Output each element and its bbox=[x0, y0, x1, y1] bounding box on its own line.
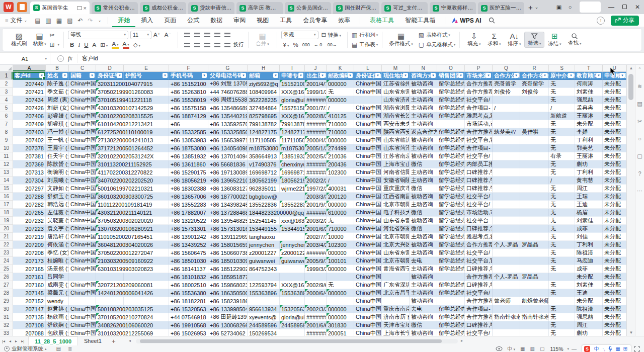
copy-button[interactable]: ⊞▾ bbox=[50, 40, 60, 49]
cell[interactable]: +86 18501030 bbox=[169, 257, 208, 265]
cell[interactable]: 370503200302020020 bbox=[96, 217, 124, 225]
column-header-Q[interactable]: Q bbox=[493, 65, 520, 72]
cell[interactable]: 207232 bbox=[13, 217, 46, 225]
cell[interactable]: China中国 bbox=[69, 321, 96, 329]
cell[interactable]: 未分配 bbox=[603, 160, 626, 168]
cell[interactable]: +86 刘慧 137052 bbox=[208, 80, 248, 88]
filter-dropdown-icon[interactable]: ▼ bbox=[375, 73, 380, 78]
row-header[interactable]: 31 bbox=[0, 313, 13, 321]
cell[interactable]: China中国 bbox=[69, 257, 96, 265]
filter-dropdown-icon[interactable]: ▼ bbox=[596, 73, 601, 78]
cell[interactable] bbox=[493, 257, 520, 265]
cell[interactable] bbox=[248, 297, 280, 305]
cell[interactable]: 370105199411221118 bbox=[96, 96, 124, 104]
cell[interactable]: China中国 bbox=[354, 257, 382, 265]
docs-app-icon[interactable] bbox=[17, 2, 27, 12]
cell[interactable] bbox=[305, 297, 327, 305]
sogou-logo-icon[interactable]: S bbox=[584, 346, 590, 352]
cell[interactable]: 2000/4/24 bbox=[305, 136, 327, 144]
cell[interactable]: 社交平台/ bbox=[465, 152, 493, 160]
ribbon-tab-数据[interactable]: 数据 bbox=[205, 14, 228, 27]
cell[interactable]: China中国 bbox=[354, 120, 382, 128]
cell[interactable]: 未分配 bbox=[603, 297, 626, 305]
cell[interactable]: 社交平台,官 bbox=[465, 136, 493, 144]
cell[interactable]: 文静如 (女 bbox=[46, 185, 69, 193]
cell[interactable]: 合作方推荐 bbox=[465, 297, 493, 305]
filter-dropdown-icon[interactable]: ▼ bbox=[542, 73, 547, 78]
clear-format-button[interactable]: ◇▾ bbox=[133, 41, 140, 48]
cell[interactable]: China中国 bbox=[69, 168, 96, 177]
cell[interactable]: 410125 bbox=[327, 112, 354, 120]
cell[interactable]: 无 bbox=[549, 209, 575, 217]
cell[interactable]: 未分配 bbox=[603, 241, 626, 249]
cell[interactable]: 2003/4/2 bbox=[305, 241, 327, 249]
cell[interactable]: 上海市长宁 bbox=[382, 329, 410, 336]
cell[interactable]: 244589596 bbox=[248, 321, 280, 329]
document-tab[interactable]: S国任财产保险样本.x bbox=[333, 2, 379, 14]
cell[interactable]: 彭睿婧 (女 bbox=[46, 112, 69, 120]
row-header[interactable]: 19 bbox=[0, 217, 13, 225]
row-header[interactable]: 27 bbox=[0, 281, 13, 289]
ribbon-tab-开始[interactable]: 开始 bbox=[112, 14, 135, 27]
increase-indent-icon[interactable] bbox=[224, 33, 230, 37]
cell[interactable]: 000000 bbox=[327, 305, 354, 313]
cell[interactable]: 被动咨询 bbox=[410, 329, 437, 336]
cell[interactable]: 000000 bbox=[327, 136, 354, 144]
cell[interactable]: 山东省济南 bbox=[382, 96, 410, 104]
cell[interactable]: 2003/3/30 bbox=[305, 193, 327, 201]
cell[interactable] bbox=[493, 249, 520, 257]
cell[interactable]: 360481200304020026 bbox=[96, 241, 124, 249]
filter-dropdown-icon[interactable]: ▼ bbox=[620, 73, 625, 78]
scroll-up-icon[interactable]: ▲ bbox=[627, 66, 635, 70]
cell[interactable]: 微信 bbox=[410, 321, 437, 329]
cell[interactable]: 蒯玏 bbox=[575, 160, 603, 168]
worksheet-button[interactable]: ▤ 工作表▾ bbox=[352, 40, 378, 49]
cell[interactable]: 411702200312270822 bbox=[96, 168, 124, 177]
cell[interactable] bbox=[493, 152, 520, 160]
cell[interactable] bbox=[493, 112, 520, 120]
cell[interactable]: +86 15538019 bbox=[169, 96, 208, 104]
fill-button[interactable]: ⇩ 填充▾ bbox=[464, 32, 484, 48]
align-bottom-icon[interactable] bbox=[204, 33, 210, 37]
cell[interactable]: 200051 bbox=[327, 329, 354, 336]
cell[interactable] bbox=[520, 265, 549, 273]
tab-list-chevron-icon[interactable]: ⌄ bbox=[535, 5, 539, 10]
cell[interactable]: 口碑推荐,学 bbox=[465, 265, 493, 273]
cell[interactable]: 留学总经办 bbox=[437, 152, 465, 160]
header-cell[interactable]: 原中介机构▼ bbox=[549, 72, 575, 80]
cell[interactable]: 山东省东营 bbox=[382, 249, 410, 257]
cell[interactable] bbox=[69, 273, 96, 281]
cell[interactable]: 无 bbox=[549, 128, 575, 136]
cell[interactable] bbox=[493, 225, 520, 233]
strikethrough-button[interactable]: A bbox=[93, 42, 97, 48]
cell[interactable]: 207208 bbox=[13, 249, 46, 257]
row-header[interactable]: 26 bbox=[0, 273, 13, 281]
cell[interactable]: ######## bbox=[305, 96, 327, 104]
cell[interactable]: 无 bbox=[549, 217, 575, 225]
cell[interactable]: +86 13851932 bbox=[169, 152, 208, 160]
cell[interactable] bbox=[493, 177, 520, 185]
name-box[interactable]: A1 ▾ bbox=[0, 52, 50, 65]
save-icon[interactable]: ▤ bbox=[35, 17, 40, 24]
cell[interactable]: ######## bbox=[305, 160, 327, 168]
cell[interactable]: 未分配 bbox=[603, 321, 626, 329]
cell[interactable]: 成雨雯 (女 bbox=[46, 281, 69, 289]
cell[interactable]: 留学总经办 bbox=[437, 160, 465, 168]
cell[interactable]: 杨欣雨 (女 bbox=[46, 313, 69, 321]
find-button[interactable]: 查找▾ bbox=[565, 32, 585, 47]
cell[interactable]: +86 1573130169 bbox=[208, 225, 248, 233]
cell[interactable]: 河南省信阳 bbox=[382, 168, 410, 177]
cell[interactable]: 200436 bbox=[327, 160, 354, 168]
header-cell[interactable]: 申请专用▼ bbox=[280, 72, 305, 80]
cell[interactable]: 207304 bbox=[13, 177, 46, 185]
cell[interactable]: 500106199702210321 bbox=[96, 185, 124, 193]
cell[interactable]: +86 15606475 bbox=[169, 249, 208, 257]
cell[interactable]: 广东省深圳 bbox=[382, 281, 410, 289]
cell[interactable]: China中国 bbox=[69, 144, 96, 152]
cell[interactable]: 社交平台/ bbox=[465, 201, 493, 209]
cell[interactable]: China中国 bbox=[354, 168, 382, 177]
cell[interactable]: China中国 bbox=[69, 112, 96, 120]
cell[interactable] bbox=[493, 185, 520, 193]
cell[interactable] bbox=[327, 273, 354, 281]
vertical-scrollbar[interactable]: ▲ ▼ bbox=[626, 65, 635, 336]
